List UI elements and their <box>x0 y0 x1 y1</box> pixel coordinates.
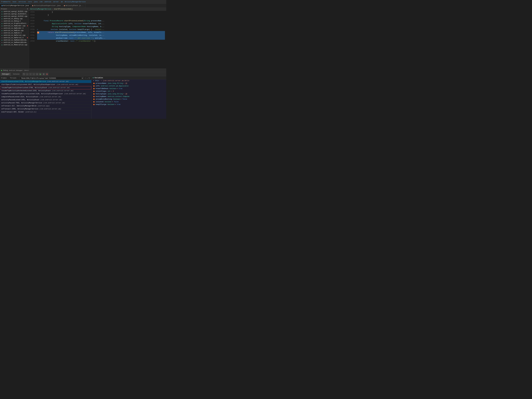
line-number: 3733 <box>30 40 34 43</box>
frame-item[interactable]: onTransact:2995, ActivityManagerService … <box>0 108 91 111</box>
breadcrumb: frameworks › base › services › core › ja… <box>0 0 166 4</box>
file-type-icon: ◉ <box>1 44 3 46</box>
file-item[interactable]: ◈android_os_Debug.h <box>0 20 29 22</box>
frame-item[interactable]: completePauseLocked:1524, ActivityStack … <box>0 95 91 98</box>
frame-item[interactable]: activityPaused:7682, ActivityManagerServ… <box>0 101 91 105</box>
frame-method-name: resumeTopActivityUncheckedLocked:2293, A… <box>1 90 52 92</box>
frame-item[interactable]: resumeTopActivityUncheckedLocked:2293, A… <box>0 89 91 92</box>
run-to-cursor-btn[interactable]: → <box>32 73 35 76</box>
step-into-btn[interactable]: ↓ <box>26 73 29 76</box>
frame-method-name: startProcessLocked:3730, ActivityManager… <box>1 81 47 82</box>
file-item[interactable]: ◉android_os_HwParcel.cpp <box>0 34 29 37</box>
tab-label-as: ActivityStack.ja... <box>66 5 84 6</box>
step-over-btn[interactable]: ↷ <box>22 73 25 76</box>
file-item[interactable]: ◉android_opengl_GLES31.cpp <box>0 10 29 13</box>
frame-method-name: resumeFocusedStackTopActivityLocked:2128… <box>1 93 64 95</box>
debug-toolbar: ↷ ↓ ↑ → ≡ ▶ ⏸ ■ <box>22 73 48 76</box>
error-marker <box>27 25 28 26</box>
bc-frameworks[interactable]: frameworks <box>1 1 11 3</box>
line-number: 3724 <box>30 14 34 17</box>
evaluate-btn[interactable]: ≡ <box>36 73 38 76</box>
thread-selector[interactable]: "Binder:2068_F"@212,175 in group "main":… <box>19 77 83 79</box>
file-item[interactable]: ◉android_os_HwBlob.cpp <box>0 29 29 32</box>
code-line: final ProcessRecord startProcessLocked(S… <box>37 19 165 22</box>
frame-item[interactable]: startProcessLocked:3730, ActivityManager… <box>0 80 91 83</box>
sidebar-toggle[interactable]: ▼ <box>27 8 28 10</box>
file-item[interactable]: ◈android_os_HwBlob.h <box>0 32 29 34</box>
variable-type: java.lang.String <box>108 82 123 84</box>
method-name: startProcessLocked() <box>54 8 73 10</box>
file-name: android_os_HwParcel.cpp <box>4 34 25 36</box>
code-line: ▷ boolean isolated, boolean keepIfLarge)… <box>37 28 165 31</box>
resume-btn[interactable]: ▶ <box>39 73 42 76</box>
variables-label: Variables <box>95 77 103 79</box>
step-out-btn[interactable]: ↑ <box>29 73 32 76</box>
variable-type: boolean <box>109 88 116 90</box>
frame-item[interactable]: activityPausedLocked:1451, ActivityStack… <box>0 98 91 101</box>
pause-btn[interactable]: ⏸ <box>42 73 45 76</box>
bc-java[interactable]: java <box>34 1 38 3</box>
expand-arrow-icon[interactable]: ▶ <box>93 80 94 81</box>
frame-package: (com.android.server.am) <box>39 108 61 110</box>
variable-name: allowWhileBooting: <box>96 98 113 100</box>
line-number: 3732 <box>30 37 34 40</box>
frame-item[interactable]: onTransact:317, IActivityManager$Stub (a… <box>0 105 91 108</box>
file-type-icon: ◈ <box>1 20 3 22</box>
frame-item[interactable]: resumeTopActivityInnerLocked:2780, Activ… <box>0 86 91 89</box>
frame-item[interactable]: resumeFocusedStackTopActivityLocked:2128… <box>0 92 91 95</box>
variable-value: = 0 <box>111 90 114 92</box>
code-line <box>37 17 165 19</box>
bc-ams[interactable]: ActivityManagerService <box>65 1 86 3</box>
bc-server[interactable]: server <box>53 1 59 3</box>
sidebar-header: Project ▼ <box>0 8 29 10</box>
frame-package: (com.android.server.am) <box>57 84 78 86</box>
file-item[interactable]: ◉android_opengl_GLES31Ext.cpp <box>0 13 29 15</box>
thread-filter-btn[interactable]: ▽ <box>88 77 90 79</box>
bc-base[interactable]: base <box>13 1 16 3</box>
tab-as-java[interactable]: ActivityStack.ja... <box>62 4 85 7</box>
code-line: } <box>37 14 165 17</box>
bc-android[interactable]: android <box>44 1 51 3</box>
file-name: android_os_Debug.h <box>4 20 21 22</box>
variable-item: hostingType: java.lang.String = {@ <box>91 93 166 95</box>
thread-down-btn[interactable]: ↓ <box>86 77 88 79</box>
thread-nav: ↑ ↓ ▽ <box>85 77 90 79</box>
file-item[interactable]: ◉android_os_HwBinder.cpp <box>0 25 29 27</box>
file-item[interactable]: ◉android_os_GraphicsEnvironment <box>0 22 29 25</box>
tab-label-ams: ActivityManagerService.java <box>3 5 29 6</box>
tab-ams-java[interactable]: ActivityManagerService.java <box>0 4 31 7</box>
frame-item[interactable]: startSpecificActivityLocked:1617, Activi… <box>0 83 91 86</box>
bc-com[interactable]: com <box>40 1 43 3</box>
thread-up-btn[interactable]: ↑ <box>85 77 86 79</box>
tab-dot-blue <box>2 5 3 6</box>
file-item[interactable]: ◉android_os_MemoryFile.cpp <box>0 44 29 46</box>
bc-core[interactable]: core <box>28 1 32 3</box>
code-editor[interactable]: 3723372437253726372737283729373037313732… <box>29 11 166 69</box>
code-line: ● return startProcessLocked(processName,… <box>37 31 165 34</box>
file-item[interactable]: ◈android_os_HwParcel.h <box>0 37 29 39</box>
file-item[interactable]: ◉android_os_HwRemoteBinder.cpp <box>0 39 29 41</box>
frame-package: (com.android.server.am) <box>64 93 86 95</box>
tab-dot-orange1 <box>32 5 33 6</box>
variable-name: knownToBeDead: <box>96 88 109 90</box>
bc-am[interactable]: am <box>61 1 63 3</box>
variable-type: boolean <box>113 98 120 100</box>
file-item[interactable]: ◈android_os_HwRemoteBinder.h <box>0 41 29 44</box>
file-item[interactable]: ◈android_os_HwBinder.h <box>0 27 29 29</box>
console-tab[interactable]: Console <box>12 73 21 76</box>
stop-btn[interactable]: ■ <box>45 73 48 76</box>
frame-package: (android.os) <box>25 111 36 113</box>
frame-package: (com.android.server.am) <box>40 99 62 101</box>
breakpoint-indicator: ● <box>37 32 39 34</box>
frame-item[interactable]: execTransact:697, Binder (android.os) <box>0 111 91 114</box>
bc-services[interactable]: services <box>18 1 26 3</box>
tab-ass-java[interactable]: ActivityStackSupervisor.java <box>31 4 62 7</box>
frames-label: Frames <box>1 77 7 79</box>
frame-method-name: execTransact:697, Binder <box>1 111 25 113</box>
file-item[interactable]: ◉android_os_Debug.cpp <box>0 18 29 20</box>
file-item[interactable]: ◉android_opengl_GLES32.cpp <box>0 15 29 18</box>
variable-item: isolated: boolean = false <box>91 101 166 103</box>
debugger-tab[interactable]: Debugger <box>1 73 11 76</box>
variable-value: = true <box>117 88 122 90</box>
debug-green-dot <box>1 70 2 71</box>
